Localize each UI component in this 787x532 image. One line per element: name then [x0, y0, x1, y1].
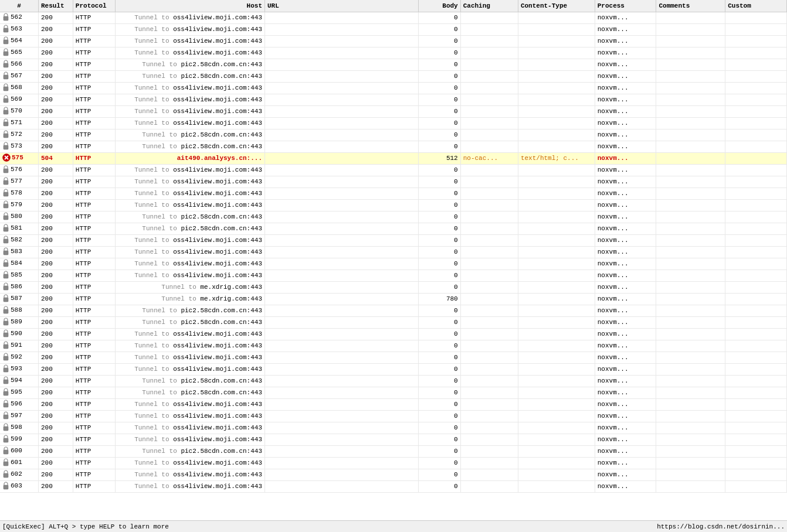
- cell-caching: [460, 141, 518, 152]
- cell-num: 570: [0, 105, 38, 117]
- cell-comments: [656, 375, 725, 387]
- cell-num: 590: [0, 328, 38, 340]
- cell-custom: [725, 141, 787, 152]
- table-row[interactable]: 602200HTTPTunnel to oss4liview.moji.com:…: [0, 469, 787, 480]
- cell-content-type: [518, 281, 595, 293]
- table-row[interactable]: 571200HTTPTunnel to oss4liview.moji.com:…: [0, 117, 787, 129]
- svg-rect-7: [4, 98, 8, 103]
- cell-url: [265, 129, 419, 141]
- table-row[interactable]: 595200HTTPTunnel to pic2.58cdn.com.cn:44…: [0, 387, 787, 398]
- table-row[interactable]: 599200HTTPTunnel to oss4liview.moji.com:…: [0, 434, 787, 445]
- table-row[interactable]: 581200HTTPTunnel to pic2.58cdn.com.cn:44…: [0, 223, 787, 234]
- cell-num: 584: [0, 258, 38, 270]
- table-row[interactable]: 582200HTTPTunnel to oss4liview.moji.com:…: [0, 234, 787, 246]
- cell-url: [265, 176, 419, 187]
- cell-content-type: [518, 398, 595, 410]
- cell-num: 599: [0, 434, 38, 445]
- table-row[interactable]: 594200HTTPTunnel to pic2.58cdn.com.cn:44…: [0, 375, 787, 387]
- col-header-result[interactable]: Result: [38, 0, 73, 12]
- table-row[interactable]: 584200HTTPTunnel to oss4liview.moji.com:…: [0, 258, 787, 270]
- col-header-comments[interactable]: Comments: [656, 0, 725, 12]
- table-row[interactable]: 573200HTTPTunnel to pic2.58cdn.com.cn:44…: [0, 141, 787, 152]
- table-row[interactable]: 583200HTTPTunnel to oss4liview.moji.com:…: [0, 246, 787, 258]
- table-row[interactable]: 572200HTTPTunnel to pic2.58cdn.com.cn:44…: [0, 129, 787, 141]
- table-row[interactable]: 585200HTTPTunnel to oss4liview.moji.com:…: [0, 270, 787, 281]
- cell-url: [265, 398, 419, 410]
- cell-result: 200: [38, 434, 73, 445]
- cell-process: noxvm...: [595, 340, 656, 352]
- table-row[interactable]: 601200HTTPTunnel to oss4liview.moji.com:…: [0, 457, 787, 469]
- svg-rect-5: [4, 75, 8, 79]
- cell-comments: [656, 164, 725, 176]
- table-row[interactable]: 588200HTTPTunnel to pic2.58cdn.com.cn:44…: [0, 305, 787, 316]
- cell-custom: [725, 129, 787, 141]
- table-row[interactable]: 592200HTTPTunnel to oss4liview.moji.com:…: [0, 352, 787, 363]
- cell-process: noxvm...: [595, 23, 656, 35]
- svg-rect-37: [4, 427, 8, 431]
- table-row[interactable]: 596200HTTPTunnel to oss4liview.moji.com:…: [0, 398, 787, 410]
- cell-caching: [460, 445, 518, 457]
- cell-num: 578: [0, 187, 38, 199]
- table-row[interactable]: 589200HTTPTunnel to pic2.58cdn.com.cn:44…: [0, 316, 787, 328]
- table-row[interactable]: 563200HTTPTunnel to oss4liview.moji.com:…: [0, 23, 787, 35]
- table-row[interactable]: 587200HTTPTunnel to me.xdrig.com:443780n…: [0, 293, 787, 305]
- table-row[interactable]: 562200HTTPTunnel to oss4liview.moji.com:…: [0, 12, 787, 23]
- cell-body: 0: [418, 141, 460, 152]
- table-row[interactable]: 590200HTTPTunnel to oss4liview.moji.com:…: [0, 328, 787, 340]
- cell-caching: [460, 340, 518, 352]
- table-row[interactable]: 578200HTTPTunnel to oss4liview.moji.com:…: [0, 187, 787, 199]
- cell-num: 575: [0, 152, 38, 164]
- cell-result: 200: [38, 340, 73, 352]
- lock-icon: [2, 200, 9, 209]
- cell-body: 0: [418, 187, 460, 199]
- table-row[interactable]: 565200HTTPTunnel to oss4liview.moji.com:…: [0, 47, 787, 59]
- table-row[interactable]: 598200HTTPTunnel to oss4liview.moji.com:…: [0, 422, 787, 434]
- table-row[interactable]: 591200HTTPTunnel to oss4liview.moji.com:…: [0, 340, 787, 352]
- cell-result: 200: [38, 82, 73, 94]
- col-header-custom[interactable]: Custom: [725, 0, 787, 12]
- cell-caching: [460, 457, 518, 469]
- table-row[interactable]: 597200HTTPTunnel to oss4liview.moji.com:…: [0, 410, 787, 422]
- cell-url: [265, 141, 419, 152]
- cell-url: [265, 47, 419, 59]
- cell-caching: [460, 352, 518, 363]
- cell-content-type: [518, 70, 595, 82]
- table-row[interactable]: 568200HTTPTunnel to oss4liview.moji.com:…: [0, 82, 787, 94]
- col-header-content-type[interactable]: Content-Type: [518, 0, 595, 12]
- table-row[interactable]: 575504HTTPait490.analysys.cn:...512no-ca…: [0, 152, 787, 164]
- cell-content-type: [518, 35, 595, 47]
- col-header-body[interactable]: Body: [418, 0, 460, 12]
- table-row[interactable]: 567200HTTPTunnel to pic2.58cdn.com.cn:44…: [0, 70, 787, 82]
- cell-body: 0: [418, 457, 460, 469]
- table-row[interactable]: 570200HTTPTunnel to oss4liview.moji.com:…: [0, 105, 787, 117]
- table-row[interactable]: 586200HTTPTunnel to me.xdrig.com:4430nox…: [0, 281, 787, 293]
- col-header-host[interactable]: Host: [115, 0, 264, 12]
- cell-protocol: HTTP: [73, 398, 115, 410]
- table-row[interactable]: 603200HTTPTunnel to oss4liview.moji.com:…: [0, 480, 787, 492]
- cell-caching: [460, 480, 518, 492]
- table-row[interactable]: 569200HTTPTunnel to oss4liview.moji.com:…: [0, 94, 787, 105]
- col-header-url[interactable]: URL: [265, 0, 419, 12]
- traffic-table[interactable]: # Result Protocol Host URL Body Caching …: [0, 0, 787, 532]
- table-row[interactable]: 600200HTTPTunnel to pic2.58cdn.com.cn:44…: [0, 445, 787, 457]
- cell-protocol: HTTP: [73, 129, 115, 141]
- table-row[interactable]: 577200HTTPTunnel to oss4liview.moji.com:…: [0, 176, 787, 187]
- svg-rect-3: [4, 52, 8, 56]
- cell-caching: [460, 35, 518, 47]
- col-header-caching[interactable]: Caching: [460, 0, 518, 12]
- table-row[interactable]: 593200HTTPTunnel to oss4liview.moji.com:…: [0, 363, 787, 375]
- table-row[interactable]: 580200HTTPTunnel to pic2.58cdn.com.cn:44…: [0, 211, 787, 223]
- svg-rect-21: [4, 239, 8, 243]
- table-row[interactable]: 579200HTTPTunnel to oss4liview.moji.com:…: [0, 199, 787, 211]
- cell-caching: [460, 211, 518, 223]
- col-header-protocol[interactable]: Protocol: [73, 0, 115, 12]
- svg-rect-8: [4, 110, 8, 114]
- lock-icon: [2, 259, 9, 267]
- cell-host: Tunnel to oss4liview.moji.com:443: [115, 176, 264, 187]
- table-row[interactable]: 576200HTTPTunnel to oss4liview.moji.com:…: [0, 164, 787, 176]
- table-row[interactable]: 564200HTTPTunnel to oss4liview.moji.com:…: [0, 35, 787, 47]
- table-row[interactable]: 566200HTTPTunnel to pic2.58cdn.com.cn:44…: [0, 59, 787, 70]
- col-header-num[interactable]: #: [0, 0, 38, 12]
- cell-body: 0: [418, 23, 460, 35]
- col-header-process[interactable]: Process: [595, 0, 656, 12]
